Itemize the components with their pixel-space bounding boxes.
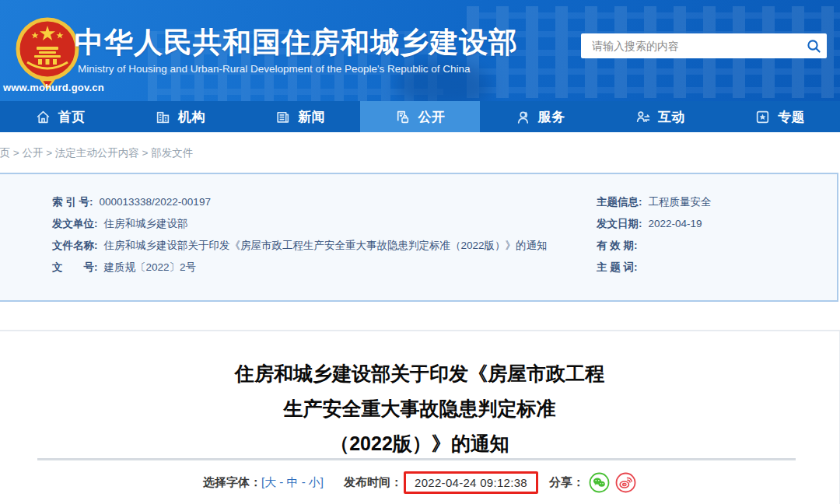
bracket-close: ]: [320, 475, 324, 488]
site-title: 中华人民共和国住房和城乡建设部: [75, 23, 518, 62]
breadcrumb[interactable]: 首页 > 公开 > 法定主动公开内容 > 部发文件: [0, 146, 193, 160]
meta-value: 住房和城乡建设部: [104, 218, 188, 229]
meta-row-topic-info: 主题信息:工程质量安全: [597, 191, 712, 213]
site-title-en: Ministry of Housing and Urban-Rural Deve…: [78, 63, 471, 75]
separator: -: [299, 475, 309, 488]
search-icon[interactable]: [800, 39, 827, 54]
separator: -: [276, 475, 286, 488]
meta-label: 文件名称:: [52, 240, 98, 251]
article-title: 住房和城乡建设部关于印发《房屋市政工程 生产安全重大事故隐患判定标准 （2022…: [0, 356, 839, 461]
site-header: www.mohurd.gov.cn 中华人民共和国住房和城乡建设部 Minist…: [0, 0, 840, 101]
article-panel: 住房和城乡建设部关于印发《房屋市政工程 生产安全重大事故隐患判定标准 （2022…: [0, 330, 840, 504]
font-size-medium-link[interactable]: 中: [287, 475, 299, 488]
home-icon: [35, 109, 51, 125]
search-input[interactable]: [581, 33, 800, 58]
article-toolbar: 选择字体： [大 - 中 - 小] 发布时间： 2022-04-24 09:12…: [0, 470, 839, 495]
meta-value: 2022-04-19: [649, 218, 702, 229]
meta-label: 主 题 词:: [597, 261, 638, 273]
nav-item-interaction[interactable]: 互动: [600, 101, 719, 132]
document-meta-panel: 索 引 号:000013338/2022-00197 发文单位:住房和城乡建设部…: [0, 173, 838, 302]
national-emblem-icon: [14, 16, 81, 90]
font-size-selector: [大 - 中 - 小]: [261, 475, 324, 490]
meta-left-column: 索 引 号:000013338/2022-00197 发文单位:住房和城乡建设部…: [52, 191, 548, 278]
site-url: www.mohurd.gov.cn: [3, 82, 104, 93]
meta-value: 工程质量安全: [649, 196, 712, 208]
meta-label: 发文日期:: [597, 218, 642, 229]
share-icons: [589, 472, 636, 493]
organization-icon: [155, 109, 171, 125]
publish-time-value: 2022-04-24 09:12:38: [415, 476, 527, 489]
meta-label: 文 号:: [52, 261, 98, 273]
breadcrumb-bar: 首页 > 公开 > 法定主动公开内容 > 部发文件: [0, 132, 840, 173]
article-title-line: 住房和城乡建设部关于印发《房屋市政工程: [0, 356, 839, 391]
page: www.mohurd.gov.cn 中华人民共和国住房和城乡建设部 Minist…: [0, 0, 840, 504]
divider-line: [37, 458, 796, 460]
meta-right-column: 主题信息:工程质量安全 发文日期:2022-04-19 有 效 期: 主 题 词…: [597, 191, 712, 278]
nav-item-topics[interactable]: 专题: [720, 101, 840, 132]
nav-item-label: 专题: [778, 108, 805, 126]
font-size-large-link[interactable]: 大: [264, 475, 276, 488]
nav-item-label: 服务: [538, 108, 565, 126]
meta-row-keywords: 主 题 词:: [597, 257, 712, 278]
article-title-line: 生产安全重大事故隐患判定标准: [0, 391, 839, 426]
search-box: [581, 33, 827, 58]
meta-row-issue-date: 发文日期:2022-04-19: [597, 213, 712, 235]
nav-item-service[interactable]: 服务: [480, 101, 600, 132]
interaction-icon: [635, 109, 651, 125]
publish-time-label: 发布时间：: [344, 475, 402, 490]
meta-label: 有 效 期:: [597, 240, 638, 251]
weibo-share-button[interactable]: [615, 472, 636, 493]
nav-item-label: 公开: [418, 108, 445, 126]
topics-icon: [754, 109, 771, 125]
nav-item-news[interactable]: 新闻: [240, 101, 360, 132]
article-title-line: （2022版）》的通知: [0, 426, 839, 461]
news-icon: [275, 109, 291, 125]
meta-label: 发文单位:: [52, 218, 98, 229]
wechat-share-button[interactable]: [589, 472, 610, 493]
nav-item-label: 新闻: [298, 108, 325, 126]
font-size-small-link[interactable]: 小: [309, 475, 320, 488]
meta-value: 住房和城乡建设部关于印发《房屋市政工程生产安全重大事故隐患判定标准（2022版）…: [104, 240, 548, 251]
font-selector-label: 选择字体：: [203, 475, 261, 490]
nav-item-label: 互动: [658, 108, 685, 126]
meta-row-index-no: 索 引 号:000013338/2022-00197: [52, 191, 548, 213]
meta-row-validity: 有 效 期:: [597, 235, 712, 257]
nav-item-home[interactable]: 首页: [0, 101, 120, 132]
weibo-icon: [615, 472, 636, 493]
meta-label: 主题信息:: [597, 196, 642, 208]
meta-value: 建质规〔2022〕2号: [104, 261, 197, 273]
meta-label: 索 引 号:: [52, 196, 93, 208]
disclosure-icon: [394, 109, 411, 125]
nav-item-disclosure[interactable]: 公开: [360, 101, 480, 132]
meta-row-doc-name: 文件名称:住房和城乡建设部关于印发《房屋市政工程生产安全重大事故隐患判定标准（2…: [52, 235, 548, 257]
wechat-icon: [589, 472, 610, 493]
nav-item-label: 机构: [178, 108, 205, 126]
nav-item-label: 首页: [58, 108, 86, 126]
publish-time-highlight: 2022-04-24 09:12:38: [404, 471, 538, 494]
meta-row-doc-no: 文 号:建质规〔2022〕2号: [52, 257, 548, 278]
meta-row-issuer: 发文单位:住房和城乡建设部: [52, 213, 548, 235]
nav-item-org[interactable]: 机构: [120, 101, 240, 132]
share-label: 分享：: [549, 475, 584, 490]
meta-value: 000013338/2022-00197: [100, 196, 211, 208]
service-icon: [515, 109, 531, 125]
main-nav: 首页 机构 新闻: [0, 101, 840, 132]
